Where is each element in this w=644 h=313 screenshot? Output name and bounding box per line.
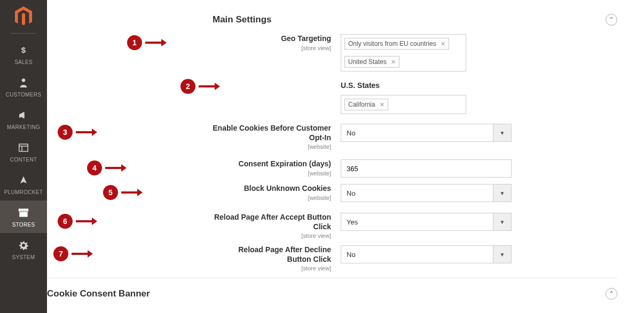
sidebar-item-plumrocket[interactable]: PLUMROCKET bbox=[0, 168, 47, 200]
svg-rect-2 bbox=[19, 114, 20, 117]
magento-logo-icon bbox=[14, 5, 33, 28]
field-scope: [store view] bbox=[213, 232, 331, 239]
svg-rect-6 bbox=[19, 212, 27, 216]
annotation-6: 6 bbox=[58, 214, 97, 229]
field-row-consent-expiration: 4 Consent Expiration (days) [website] bbox=[213, 159, 617, 178]
tag: California ✕ bbox=[344, 99, 388, 110]
chevron-up-icon: ⌃ bbox=[609, 16, 614, 23]
annotation-2: 2 bbox=[180, 79, 220, 94]
sidebar-item-marketing[interactable]: MARKETING bbox=[0, 103, 47, 135]
field-scope: [website] bbox=[213, 195, 331, 201]
field-row-enable-before-optin: 3 Enable Cookies Before Customer Opt-In … bbox=[213, 124, 617, 150]
store-icon bbox=[18, 207, 29, 219]
megaphone-icon bbox=[18, 109, 29, 121]
field-row-us-states: 2 . U.S. States California ✕ bbox=[213, 81, 617, 114]
sidebar-item-content[interactable]: CONTENT bbox=[0, 135, 47, 168]
annotation-arrow-icon bbox=[199, 83, 220, 90]
field-label: U.S. States bbox=[341, 81, 512, 90]
tag-label: United States bbox=[348, 58, 387, 66]
block-unknown-select[interactable]: No ▼ bbox=[341, 184, 512, 202]
annotation-arrow-icon bbox=[72, 250, 93, 258]
sidebar-item-stores[interactable]: STORES bbox=[0, 200, 47, 233]
sidebar-item-label: MARKETING bbox=[7, 124, 40, 130]
sidebar-item-sales[interactable]: $ SALES bbox=[0, 38, 47, 70]
svg-rect-3 bbox=[19, 144, 28, 151]
tag: Only visitors from EU countries ✕ bbox=[344, 38, 449, 50]
annotation-badge: 6 bbox=[58, 214, 73, 229]
main-content: Main Settings ⌃ 1 Geo Targeting [store v… bbox=[47, 0, 644, 313]
sidebar-item-label: PLUMROCKET bbox=[4, 189, 43, 195]
section-title: Main Settings bbox=[213, 14, 272, 25]
svg-text:$: $ bbox=[21, 45, 26, 54]
annotation-arrow-icon bbox=[145, 39, 167, 46]
sidebar-separator bbox=[11, 33, 36, 34]
select-value: No bbox=[341, 124, 493, 141]
section-header-cookie-banner[interactable]: Cookie Consent Banner ⌃ bbox=[47, 288, 617, 300]
annotation-arrow-icon bbox=[105, 164, 127, 172]
chevron-down-icon: ▼ bbox=[493, 124, 511, 141]
sidebar-item-label: SALES bbox=[14, 59, 33, 65]
field-label: Block Unknown Cookies bbox=[213, 184, 331, 194]
chevron-down-icon: ▼ bbox=[493, 184, 511, 202]
collapse-toggle-button[interactable]: ⌃ bbox=[606, 14, 617, 26]
annotation-arrow-icon bbox=[76, 218, 97, 225]
admin-sidebar: $ SALES CUSTOMERS MARKETING CONTENT bbox=[0, 0, 47, 313]
field-scope: [store view] bbox=[213, 265, 331, 271]
tag-remove-icon[interactable]: ✕ bbox=[380, 101, 384, 108]
annotation-arrow-icon bbox=[121, 189, 143, 196]
annotation-badge: 7 bbox=[53, 246, 68, 261]
field-label: Reload Page After Decline Button Click bbox=[213, 245, 331, 264]
sidebar-item-system[interactable]: SYSTEM bbox=[0, 233, 47, 266]
section-divider bbox=[47, 278, 617, 278]
layout-icon bbox=[19, 142, 28, 154]
tag-label: Only visitors from EU countries bbox=[348, 40, 436, 47]
tag-remove-icon[interactable]: ✕ bbox=[441, 41, 445, 47]
select-value: Yes bbox=[341, 213, 493, 230]
sidebar-item-label: CONTENT bbox=[10, 157, 37, 163]
person-icon bbox=[19, 77, 28, 89]
svg-point-1 bbox=[22, 78, 25, 82]
annotation-arrow-icon bbox=[76, 129, 97, 136]
annotation-1: 1 bbox=[127, 35, 167, 50]
chevron-up-icon: ⌃ bbox=[609, 290, 614, 298]
us-states-multiselect[interactable]: California ✕ bbox=[341, 95, 466, 114]
annotation-4: 4 bbox=[87, 160, 127, 175]
field-row-block-unknown: 5 Block Unknown Cookies [website] No ▼ bbox=[213, 184, 617, 202]
consent-expiration-input[interactable] bbox=[341, 159, 512, 178]
section-header-main-settings[interactable]: Main Settings ⌃ bbox=[213, 11, 617, 34]
annotation-badge: 2 bbox=[180, 79, 195, 94]
annotation-badge: 5 bbox=[103, 185, 118, 200]
tag-label: California bbox=[348, 101, 375, 108]
tag-remove-icon[interactable]: ✕ bbox=[391, 59, 396, 66]
select-value: No bbox=[341, 246, 493, 263]
field-row-reload-decline: 7 Reload Page After Decline Button Click… bbox=[213, 245, 617, 271]
reload-accept-select[interactable]: Yes ▼ bbox=[341, 213, 512, 231]
annotation-7: 7 bbox=[53, 246, 93, 261]
field-scope: [website] bbox=[213, 143, 331, 150]
annotation-badge: 3 bbox=[58, 125, 73, 140]
select-value: No bbox=[341, 184, 493, 202]
annotation-badge: 4 bbox=[87, 160, 102, 175]
chevron-down-icon: ▼ bbox=[493, 246, 511, 263]
sidebar-item-label: CUSTOMERS bbox=[6, 92, 41, 98]
field-label: Geo Targeting bbox=[213, 34, 331, 44]
chevron-down-icon: ▼ bbox=[493, 213, 511, 230]
sidebar-item-customers[interactable]: CUSTOMERS bbox=[0, 70, 47, 103]
field-label: Enable Cookies Before Customer Opt-In bbox=[213, 124, 331, 142]
sidebar-item-label: STORES bbox=[12, 222, 35, 228]
field-row-reload-accept: 6 Reload Page After Accept Button Click … bbox=[213, 213, 617, 239]
geo-targeting-multiselect[interactable]: Only visitors from EU countries ✕ United… bbox=[341, 34, 466, 71]
annotation-3: 3 bbox=[58, 125, 97, 140]
field-label: Reload Page After Accept Button Click bbox=[213, 213, 331, 231]
gear-icon bbox=[19, 239, 28, 251]
field-scope: [store view] bbox=[213, 45, 331, 51]
annotation-badge: 1 bbox=[127, 35, 142, 50]
tag: United States ✕ bbox=[344, 56, 399, 68]
reload-decline-select[interactable]: No ▼ bbox=[341, 245, 512, 263]
field-row-geo-targeting: 1 Geo Targeting [store view] Only visito… bbox=[213, 34, 617, 71]
enable-before-optin-select[interactable]: No ▼ bbox=[341, 124, 512, 142]
annotation-5: 5 bbox=[103, 185, 143, 200]
collapse-toggle-button[interactable]: ⌃ bbox=[606, 288, 617, 300]
field-scope: [website] bbox=[213, 170, 331, 176]
field-label: Consent Expiration (days) bbox=[213, 159, 331, 169]
